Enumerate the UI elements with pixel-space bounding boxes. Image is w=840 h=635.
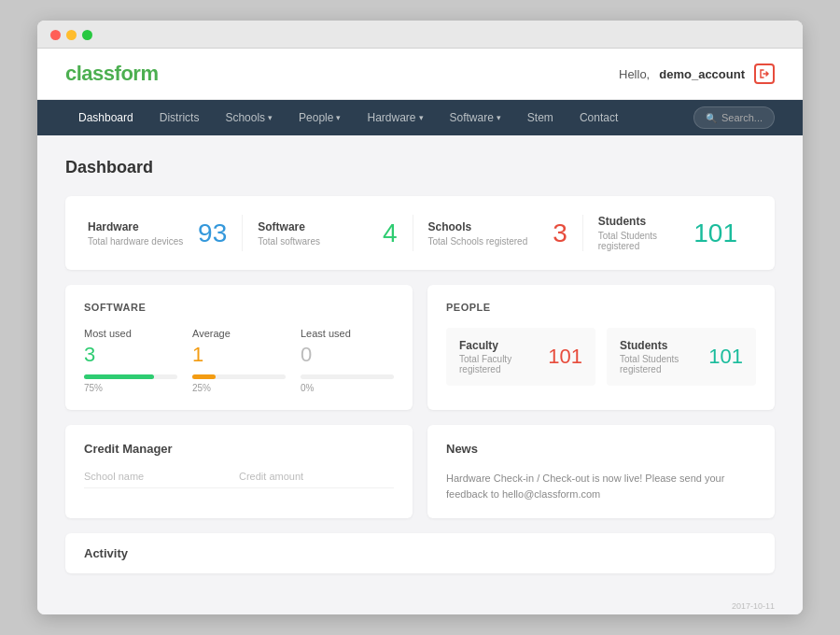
nav-item-software[interactable]: Software ▾ bbox=[437, 100, 514, 135]
search-placeholder: Search... bbox=[721, 112, 763, 123]
credit-table: School name Credit amount bbox=[84, 471, 394, 488]
browser-window: classform Hello, demo_account Dashboard … bbox=[37, 21, 803, 614]
nav-item-hardware[interactable]: Hardware ▾ bbox=[354, 100, 436, 135]
students-sub: Total Students registered bbox=[620, 354, 708, 374]
nav-item-dashboard[interactable]: Dashboard bbox=[65, 100, 147, 135]
search-bar[interactable]: 🔍 Search... bbox=[693, 106, 775, 129]
stat-schools-value: 3 bbox=[553, 219, 567, 248]
progress-label: 0% bbox=[301, 383, 394, 393]
metric-most-used-value: 3 bbox=[84, 343, 177, 367]
people-card-title: PEOPLE bbox=[446, 302, 756, 313]
two-col-row1: SOFTWARE Most used 3 75% Average bbox=[65, 285, 775, 410]
logo-suffix: form bbox=[115, 62, 159, 85]
progress-bar-bg bbox=[192, 374, 286, 379]
chevron-down-icon: ▾ bbox=[268, 113, 273, 122]
header-right: Hello, demo_account bbox=[619, 64, 775, 84]
username: demo_account bbox=[659, 67, 745, 81]
stat-software-value: 4 bbox=[383, 219, 398, 248]
news-title: News bbox=[446, 442, 756, 456]
activity-card: Activity bbox=[65, 533, 775, 573]
close-dot[interactable] bbox=[50, 30, 61, 40]
page-title: Dashboard bbox=[65, 158, 775, 177]
chevron-down-icon: ▾ bbox=[497, 113, 501, 122]
chevron-down-icon: ▾ bbox=[336, 113, 341, 122]
stat-software-label: Software bbox=[258, 220, 320, 233]
stats-row: Hardware Total hardware devices 93 Softw… bbox=[65, 196, 775, 270]
stat-hardware-label: Hardware bbox=[88, 220, 183, 233]
students-label: Students bbox=[620, 339, 708, 352]
people-faculty: Faculty Total Faculty registered 101 bbox=[446, 328, 595, 386]
app-header: classform Hello, demo_account bbox=[37, 49, 803, 100]
logout-icon bbox=[759, 68, 770, 79]
logo-prefix: class bbox=[65, 62, 115, 85]
stat-hardware: Hardware Total hardware devices 93 bbox=[88, 215, 243, 251]
credit-col-school: School name bbox=[84, 471, 239, 482]
credit-manager-card: Credit Manager School name Credit amount bbox=[65, 425, 413, 518]
progress-bar-fill bbox=[84, 374, 154, 379]
news-text: Hardware Check-in / Check-out is now liv… bbox=[446, 471, 756, 501]
progress-bar-fill bbox=[192, 374, 216, 379]
app-content: classform Hello, demo_account Dashboard … bbox=[37, 49, 803, 614]
credit-table-header: School name Credit amount bbox=[84, 471, 394, 488]
stat-software-sub: Total softwares bbox=[258, 236, 320, 247]
software-card-title: SOFTWARE bbox=[84, 302, 394, 313]
search-icon: 🔍 bbox=[706, 113, 717, 123]
metric-average: Average 1 25% bbox=[192, 328, 286, 393]
software-card: SOFTWARE Most used 3 75% Average bbox=[65, 285, 413, 410]
greeting-text: Hello, bbox=[619, 67, 650, 81]
date-stamp: 2017-10-11 bbox=[37, 596, 803, 614]
people-students: Students Total Students registered 101 bbox=[607, 328, 756, 386]
people-metrics: Faculty Total Faculty registered 101 Stu… bbox=[446, 328, 756, 386]
browser-chrome bbox=[37, 21, 803, 49]
maximize-dot[interactable] bbox=[82, 30, 92, 40]
stat-schools: Schools Total Schools registered 3 bbox=[413, 215, 583, 251]
nav-item-stem[interactable]: Stem bbox=[514, 100, 567, 135]
nav-item-people[interactable]: People ▾ bbox=[286, 100, 354, 135]
stat-students-label: Students bbox=[598, 215, 694, 228]
stat-schools-label: Schools bbox=[428, 220, 528, 233]
metric-least-used-value: 0 bbox=[301, 343, 394, 367]
stat-hardware-sub: Total hardware devices bbox=[88, 236, 183, 247]
stat-hardware-value: 93 bbox=[198, 219, 227, 248]
metric-least-used-label: Least used bbox=[301, 328, 394, 339]
progress-label: 25% bbox=[192, 383, 286, 393]
stat-students: Students Total Students registered 101 bbox=[583, 215, 752, 251]
two-col-row2: Credit Manager School name Credit amount… bbox=[65, 425, 775, 518]
stat-software: Software Total softwares 4 bbox=[243, 215, 413, 251]
students-value: 101 bbox=[708, 345, 743, 369]
nav-bar: Dashboard Districts Schools ▾ People ▾ H… bbox=[37, 100, 803, 135]
stat-students-value: 101 bbox=[693, 219, 737, 248]
metric-least-used: Least used 0 0% bbox=[301, 328, 394, 393]
minimize-dot[interactable] bbox=[66, 30, 77, 40]
faculty-sub: Total Faculty registered bbox=[459, 354, 548, 374]
progress-bar-bg bbox=[301, 374, 394, 379]
stat-schools-sub: Total Schools registered bbox=[428, 236, 528, 247]
main-content: Dashboard Hardware Total hardware device… bbox=[37, 135, 803, 596]
software-metrics: Most used 3 75% Average 1 bbox=[84, 328, 394, 393]
metric-most-used: Most used 3 75% bbox=[84, 328, 177, 393]
logo: classform bbox=[65, 62, 158, 86]
chevron-down-icon: ▾ bbox=[419, 113, 424, 122]
stat-students-sub: Total Students registered bbox=[598, 231, 694, 251]
progress-bar-bg bbox=[84, 374, 177, 379]
credit-col-amount: Credit amount bbox=[239, 471, 394, 482]
metric-average-label: Average bbox=[192, 328, 286, 339]
progress-label: 75% bbox=[84, 383, 177, 393]
logout-button[interactable] bbox=[754, 64, 775, 84]
people-card: PEOPLE Faculty Total Faculty registered … bbox=[427, 285, 775, 410]
nav-item-schools[interactable]: Schools ▾ bbox=[212, 100, 286, 135]
metric-average-value: 1 bbox=[192, 343, 286, 367]
credit-manager-title: Credit Manager bbox=[84, 442, 394, 456]
metric-most-used-label: Most used bbox=[84, 328, 177, 339]
news-card: News Hardware Check-in / Check-out is no… bbox=[427, 425, 775, 518]
nav-item-contact[interactable]: Contact bbox=[567, 100, 631, 135]
activity-title: Activity bbox=[84, 546, 756, 560]
faculty-value: 101 bbox=[548, 345, 582, 369]
faculty-label: Faculty bbox=[459, 339, 548, 352]
nav-item-districts[interactable]: Districts bbox=[147, 100, 213, 135]
